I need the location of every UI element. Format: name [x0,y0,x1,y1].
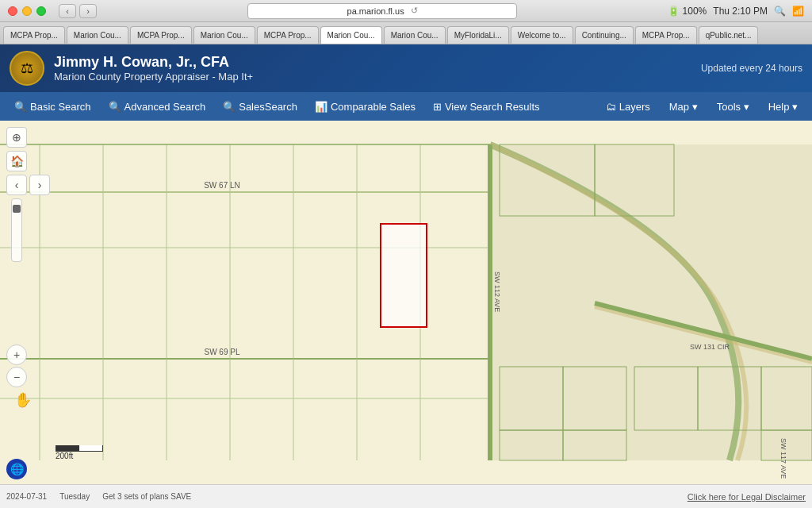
pan-right-button[interactable]: › [29,175,50,195]
title-bar-right: 🔋 100% Thu 2:10 PM 🔍 📶 [668,6,804,17]
basic-search-label: Basic Search [30,101,91,113]
status-bar: 2024-07-31 Tuesday Get 3 sets of plans S… [0,484,812,508]
layers-label: Layers [619,101,650,113]
map-container[interactable]: SW 67 LN SW 112 AVE SW 131 CIR SW 69 PL … [0,121,812,484]
update-notice: Updated every 24 hours [701,63,802,74]
nav-bar: 🔍 Basic Search 🔍 Advanced Search 🔍 Sales… [0,92,812,121]
nav-right: 🗂 Layers Map ▾ Tools ▾ Help ▾ [598,98,806,116]
comparable-sales-label: Comparable Sales [331,101,416,113]
nav-basic-search[interactable]: 🔍 Basic Search [6,98,99,116]
date-display: 2024-07-31 [6,492,47,501]
svg-text:SW 117 AVE: SW 117 AVE [779,438,787,479]
map-controls: ⊕ 🏠 ‹ › + − [6,127,50,387]
tab-11[interactable]: qPublic.net... [699,26,759,44]
nav-advanced-search[interactable]: 🔍 Advanced Search [101,98,214,116]
comparable-sales-icon: 📊 [315,101,327,113]
layers-icon: 🗂 [606,101,616,113]
basic-search-icon: 🔍 [14,101,27,113]
browser-nav: ‹ › [59,4,97,18]
home-button[interactable]: 🏠 [6,151,27,171]
map-label: Map ▾ [669,101,698,113]
nav-sales-search[interactable]: 🔍 SalesSearch [215,98,305,116]
tab-7[interactable]: MyFloridaLi... [447,26,509,44]
view-results-icon: ⊞ [433,101,442,113]
app-header-right: Updated every 24 hours [701,63,802,74]
close-button[interactable] [8,6,17,16]
globe-icon: 🌐 [6,459,27,479]
tab-3[interactable]: Marion Cou... [193,26,255,44]
nav-layers[interactable]: 🗂 Layers [598,98,658,116]
tabs-bar: MCPA Prop... Marion Cou... MCPA Prop... … [0,22,812,44]
svg-rect-41 [381,224,427,327]
nav-map[interactable]: Map ▾ [661,98,706,116]
app-logo: ⚖ [10,51,44,86]
url-text: pa.marion.fl.us [347,6,404,16]
tab-1[interactable]: Marion Cou... [67,26,128,44]
nav-comparable-sales[interactable]: 📊 Comparable Sales [307,98,423,116]
tab-0[interactable]: MCPA Prop... [3,26,65,44]
tab-2[interactable]: MCPA Prop... [130,26,192,44]
scale-bar [56,445,103,452]
reload-icon[interactable]: ↺ [411,6,418,16]
minimize-button[interactable] [22,6,32,16]
nav-help[interactable]: Help ▾ [760,98,806,116]
battery-icon: 🔋 100% [668,6,707,17]
help-label: Help ▾ [768,101,798,113]
pan-left-button[interactable]: ‹ [6,175,27,195]
forward-button[interactable]: › [79,4,97,18]
zoom-buttons: + − [6,344,50,387]
nav-tools[interactable]: Tools ▾ [709,98,757,116]
address-bar[interactable]: pa.marion.fl.us ↺ [247,3,517,19]
sales-search-icon: 🔍 [223,101,236,113]
nav-view-search-results[interactable]: ⊞ View Search Results [425,98,548,116]
advanced-search-icon: 🔍 [109,101,121,113]
hand-cursor-icon: ✋ [14,391,32,409]
search-icon-titlebar[interactable]: 🔍 [774,6,786,17]
maximize-button[interactable] [36,6,46,16]
app-name: Jimmy H. Cowan, Jr., CFA [54,54,253,71]
app-title-block: Jimmy H. Cowan, Jr., CFA Marion County P… [54,54,253,83]
map-scale: 200ft [56,445,103,460]
sales-search-label: SalesSearch [239,101,297,113]
view-results-label: View Search Results [445,101,540,113]
svg-text:SW 69 PL: SW 69 PL [204,348,239,356]
traffic-lights [8,6,46,16]
back-button[interactable]: ‹ [59,4,76,18]
advanced-search-label: Advanced Search [124,101,206,113]
svg-text:SW 67 LN: SW 67 LN [204,181,240,190]
logo-icon: ⚖ [21,60,33,77]
tab-9[interactable]: Continuing... [575,26,634,44]
zoom-in-button[interactable]: + [6,344,27,365]
promo-text: Get 3 sets of plans SAVE [102,492,191,501]
wifi-icon: 📶 [792,6,804,17]
app-header: ⚖ Jimmy H. Cowan, Jr., CFA Marion County… [0,44,812,92]
zoom-slider-thumb[interactable] [13,205,21,213]
zoom-out-button[interactable]: − [6,367,27,387]
tools-label: Tools ▾ [717,101,749,113]
tab-6[interactable]: Marion Cou... [384,26,446,44]
time-display: Thu 2:10 PM [713,6,768,17]
svg-rect-3 [490,144,812,460]
tab-4[interactable]: MCPA Prop... [257,26,319,44]
pan-arrows: ‹ › [6,175,50,195]
svg-text:SW 131 CIR: SW 131 CIR [690,343,730,351]
zoom-slider[interactable] [11,198,22,262]
tab-5[interactable]: Marion Cou... [320,26,382,44]
title-bar: ‹ › pa.marion.fl.us ↺ 🔋 100% Thu 2:10 PM… [0,0,812,22]
tab-10[interactable]: MCPA Prop... [635,26,697,44]
day-display: Tuesday [59,492,90,501]
legal-disclaimer-link[interactable]: Click here for Legal Disclaimer [688,492,806,502]
address-bar-container: pa.marion.fl.us ↺ [103,3,661,19]
scale-label: 200ft [56,452,73,460]
tab-8[interactable]: Welcome to... [511,26,573,44]
svg-text:SW 112 AVE: SW 112 AVE [493,271,501,312]
app-subtitle: Marion County Property Appraiser - Map I… [54,71,253,83]
zoom-to-extent-button[interactable]: ⊕ [6,127,27,148]
map-svg: SW 67 LN SW 112 AVE SW 131 CIR SW 69 PL … [0,121,812,484]
